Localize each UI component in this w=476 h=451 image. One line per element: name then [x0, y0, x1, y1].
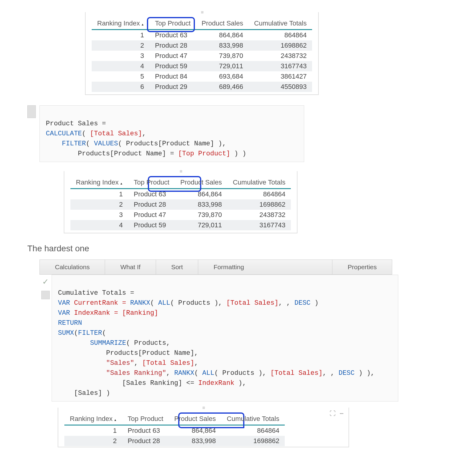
cell-product: Product 84 [150, 71, 196, 82]
table-row[interactable]: 2Product 28833,9981698862 [70, 199, 291, 210]
table-row[interactable]: 3Product 47739,8702438732 [92, 51, 312, 61]
dax-formula-product-sales[interactable]: Product Sales = CALCULATE( [Total Sales]… [39, 105, 304, 162]
cell-product: Product 59 [128, 220, 175, 230]
table-row[interactable]: 2Product 28833,9981698862 [92, 40, 312, 51]
results-table-1[interactable]: ≡ Ranking Index▲ Top Product Product Sal… [85, 12, 319, 95]
col-ranking-index[interactable]: Ranking Index▲ [70, 177, 128, 189]
tab-calculations[interactable]: Calculations [40, 260, 105, 274]
cell-product: Product 59 [150, 61, 196, 71]
col-top-product[interactable]: Top Product [128, 177, 175, 189]
cell-cum: 2438732 [227, 210, 291, 220]
cell-idx: 3 [92, 51, 150, 61]
cell-idx: 3 [70, 210, 128, 220]
sort-asc-icon: ▲ [120, 182, 123, 185]
cell-idx: 1 [92, 30, 150, 41]
col-product-sales[interactable]: Product Sales [196, 18, 249, 30]
cell-cum: 864864 [221, 425, 285, 436]
cell-cum: 864864 [249, 30, 312, 41]
cell-idx: 6 [92, 82, 150, 92]
cell-idx: 1 [70, 189, 128, 200]
cell-idx: 5 [92, 71, 150, 82]
cell-product: Product 28 [128, 199, 175, 210]
col-product-sales[interactable]: Product Sales [175, 177, 227, 189]
cell-product: Product 28 [150, 40, 196, 51]
col-cumulative[interactable]: Cumulative Totals [249, 18, 312, 30]
table-row[interactable]: 4Product 59729,0113167743 [92, 61, 312, 71]
tab-properties[interactable]: Properties [332, 260, 392, 274]
table-row[interactable]: 3Product 47739,8702438732 [70, 210, 291, 220]
cell-sales: 833,998 [169, 436, 221, 446]
table-row[interactable]: 2Product 28833,9981698862 [64, 436, 285, 446]
handle-icon [41, 291, 50, 299]
cell-idx: 2 [64, 436, 122, 446]
focus-icon[interactable]: ⛶ [330, 410, 337, 417]
col-product-sales[interactable]: Product Sales [169, 413, 221, 425]
cell-sales: 689,466 [196, 82, 249, 92]
tab-whatif[interactable]: What If [105, 260, 156, 274]
tab-sort[interactable]: Sort [156, 260, 199, 274]
dax-formula-cumulative[interactable]: Cumulative Totals = VAR CurrentRank = RA… [52, 275, 398, 402]
results-table-2[interactable]: ≡ Ranking Index▲ Top Product Product Sal… [64, 171, 298, 233]
cell-cum: 3167743 [227, 220, 291, 230]
cell-product: Product 28 [122, 436, 169, 446]
cell-sales: 833,998 [175, 199, 227, 210]
table-row[interactable]: 1Product 63864,864864864 [70, 189, 291, 200]
handle-icon [27, 105, 36, 118]
cell-cum: 1698862 [221, 436, 285, 446]
cell-product: Product 47 [150, 51, 196, 61]
cell-cum: 3861427 [249, 71, 312, 82]
table-row[interactable]: 5Product 84693,6843861427 [92, 71, 312, 82]
cell-idx: 4 [92, 61, 150, 71]
cell-product: Product 63 [122, 425, 169, 436]
cell-sales: 729,011 [175, 220, 227, 230]
cell-sales: 864,864 [169, 425, 221, 436]
tab-formatting[interactable]: Formatting [198, 260, 332, 274]
sort-asc-icon: ▲ [141, 23, 144, 26]
cell-sales: 729,011 [196, 61, 249, 71]
col-top-product[interactable]: Top Product [122, 413, 169, 425]
results-table-3[interactable]: ≡ ⛶ ⋯ Ranking Index▲ Top Product Product… [58, 408, 349, 447]
more-icon[interactable]: ⋯ [340, 410, 344, 417]
cell-idx: 2 [70, 199, 128, 210]
cell-cum: 2438732 [249, 51, 312, 61]
col-cumulative[interactable]: Cumulative Totals [227, 177, 291, 189]
cell-sales: 693,684 [196, 71, 249, 82]
cell-cum: 864864 [227, 189, 291, 200]
cell-product: Product 63 [150, 30, 196, 41]
drag-handle-icon[interactable]: ≡ [202, 405, 204, 411]
table-row[interactable]: 6Product 29689,4664550893 [92, 82, 312, 92]
commit-check-icon[interactable]: ✓ [40, 275, 51, 289]
cell-cum: 1698862 [227, 199, 291, 210]
drag-handle-icon[interactable]: ≡ [201, 10, 203, 15]
cell-idx: 4 [70, 220, 128, 230]
table-row[interactable]: 1Product 63864,864864864 [64, 425, 285, 436]
cell-sales: 833,998 [196, 40, 249, 51]
cell-product: Product 47 [128, 210, 175, 220]
cell-cum: 4550893 [249, 82, 312, 92]
cell-sales: 739,870 [196, 51, 249, 61]
sort-asc-icon: ▲ [114, 418, 117, 422]
drag-handle-icon[interactable]: ≡ [179, 169, 182, 174]
ribbon-tabs: Calculations What If Sort Formatting Pro… [39, 259, 392, 275]
col-cumulative[interactable]: Cumulative Totals [221, 413, 285, 425]
cell-product: Product 29 [150, 82, 196, 92]
table-row[interactable]: 1Product 63864,864864864 [92, 30, 312, 41]
cell-idx: 1 [64, 425, 122, 436]
cell-sales: 864,864 [175, 189, 227, 200]
cell-sales: 739,870 [175, 210, 227, 220]
table-row[interactable]: 4Product 59729,0113167743 [70, 220, 291, 230]
col-ranking-index[interactable]: Ranking Index▲ [64, 413, 122, 425]
cell-sales: 864,864 [196, 30, 249, 41]
col-top-product[interactable]: Top Product [150, 18, 196, 30]
cell-cum: 1698862 [249, 40, 312, 51]
col-ranking-index[interactable]: Ranking Index▲ [92, 18, 150, 30]
cell-idx: 2 [92, 40, 150, 51]
section-heading: The hardest one [27, 244, 458, 253]
cell-cum: 3167743 [249, 61, 312, 71]
cell-product: Product 63 [128, 189, 175, 200]
